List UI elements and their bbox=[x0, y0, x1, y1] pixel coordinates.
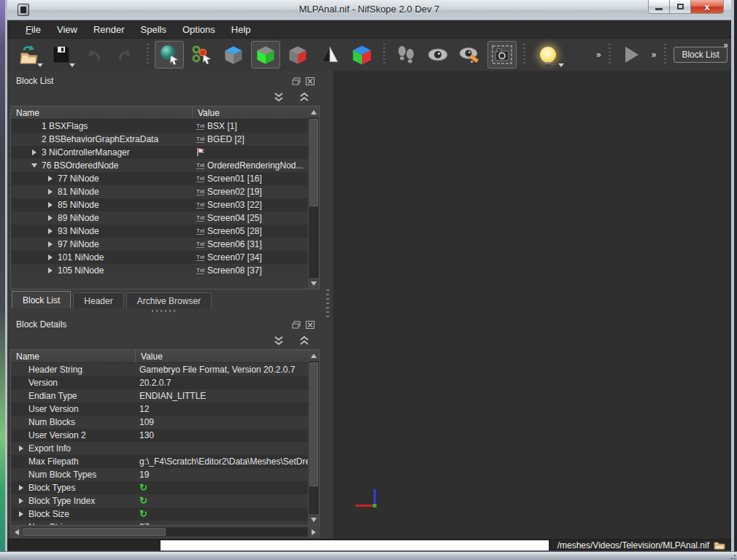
expander-icon[interactable] bbox=[46, 201, 55, 209]
save-dropdown-arrow[interactable] bbox=[69, 63, 75, 67]
column-header-name[interactable]: Name bbox=[11, 350, 135, 362]
scroll-down-button[interactable] bbox=[309, 514, 319, 525]
tab-archive-browser[interactable]: Archive Browser bbox=[126, 292, 212, 308]
horizontal-splitter[interactable] bbox=[10, 308, 320, 314]
toolbar-separator[interactable] bbox=[521, 44, 527, 66]
toolbar-separator[interactable] bbox=[381, 44, 387, 66]
rgb-cube-button[interactable] bbox=[347, 41, 377, 69]
detail-row[interactable]: Header StringGamebryo File Format, Versi… bbox=[11, 363, 308, 376]
detail-row[interactable]: Block Type Index↻ bbox=[11, 494, 308, 508]
scrollbar-thumb[interactable] bbox=[309, 119, 318, 206]
scroll-up-button[interactable] bbox=[309, 106, 319, 117]
toolbar-separator[interactable] bbox=[144, 44, 150, 66]
block-list-row[interactable]: 3 NiControllerManager bbox=[11, 146, 308, 159]
footsteps-button[interactable] bbox=[391, 41, 420, 69]
open-dropdown-arrow[interactable] bbox=[37, 63, 43, 67]
block-list-row[interactable]: 105 NiNodeTxtScreen08 [37] bbox=[11, 264, 308, 277]
menu-item-options[interactable]: Options bbox=[174, 22, 223, 37]
scroll-up-button[interactable] bbox=[309, 350, 319, 361]
scroll-right-button[interactable] bbox=[308, 527, 319, 537]
toolbar-handle[interactable] bbox=[607, 44, 613, 66]
expand-all-button[interactable] bbox=[274, 93, 284, 102]
detail-row[interactable]: Block Types↻ bbox=[11, 481, 308, 494]
tab-block-list[interactable]: Block List bbox=[12, 291, 71, 308]
expander-icon[interactable] bbox=[17, 483, 26, 492]
column-header-name[interactable]: Name bbox=[11, 106, 192, 119]
wedge-button[interactable] bbox=[315, 41, 344, 69]
expander-icon[interactable] bbox=[17, 510, 26, 518]
eye-pencil-button[interactable] bbox=[455, 41, 485, 69]
scroll-left-button[interactable] bbox=[11, 527, 22, 537]
collapse-all-button[interactable] bbox=[299, 336, 309, 346]
expand-all-button[interactable] bbox=[274, 336, 284, 346]
detail-row[interactable]: User Version12 bbox=[11, 402, 308, 416]
collapse-all-button[interactable] bbox=[299, 93, 309, 102]
column-header-value[interactable]: Value bbox=[135, 350, 319, 362]
block-list-row[interactable]: 97 NiNodeTxtScreen06 [31] bbox=[11, 238, 308, 251]
render-viewport[interactable] bbox=[333, 71, 731, 539]
block-list-row[interactable]: 85 NiNodeTxtScreen03 [22] bbox=[11, 198, 308, 211]
expander-icon[interactable] bbox=[46, 266, 55, 275]
block-list-row[interactable]: 77 NiNodeTxtScreen01 [16] bbox=[11, 172, 308, 185]
restore-button[interactable] bbox=[670, 0, 690, 14]
minimize-button[interactable] bbox=[648, 0, 670, 14]
float-panel-button[interactable] bbox=[291, 320, 301, 330]
block-list-row[interactable]: 89 NiNodeTxtScreen04 [25] bbox=[11, 211, 308, 225]
red-side-cube-button[interactable] bbox=[283, 41, 312, 69]
eye-button[interactable] bbox=[423, 41, 452, 69]
title-bar[interactable]: MLPAnal.nif - NifSkope 2.0 Dev 7 x bbox=[7, 0, 731, 20]
menu-item-render[interactable]: Render bbox=[85, 22, 133, 37]
close-panel-button[interactable] bbox=[305, 320, 315, 330]
detail-row[interactable]: Num Block Types19 bbox=[11, 468, 308, 481]
detail-row[interactable]: Num Blocks109 bbox=[11, 416, 308, 429]
block-list-row[interactable]: 76 BSOrderedNodeTxtOrderedRenderingNod..… bbox=[11, 159, 308, 172]
lighting-button[interactable] bbox=[531, 41, 565, 69]
blue-top-cube-button[interactable] bbox=[219, 41, 248, 69]
green-front-cube-button[interactable] bbox=[251, 41, 280, 69]
float-panel-button[interactable] bbox=[291, 77, 301, 86]
resize-grip[interactable] bbox=[730, 553, 736, 559]
detail-row[interactable]: Version20.2.0.7 bbox=[11, 376, 308, 389]
block-list-row[interactable]: 1 BSXFlagsTxtBSX [1] bbox=[11, 120, 308, 133]
scrollbar-thumb[interactable] bbox=[23, 528, 166, 536]
expander-icon[interactable] bbox=[46, 227, 55, 236]
vertex-select-button[interactable] bbox=[187, 41, 216, 69]
lighting-dropdown-arrow[interactable] bbox=[558, 63, 564, 67]
scroll-down-button[interactable] bbox=[309, 278, 319, 289]
close-button[interactable]: x bbox=[690, 0, 724, 14]
detail-row[interactable]: Export Info bbox=[11, 442, 308, 455]
block-details-table-header[interactable]: Name Value bbox=[11, 350, 319, 363]
menu-item-file[interactable]: File bbox=[18, 22, 49, 37]
toolbar-overflow-chevron[interactable]: » bbox=[648, 50, 660, 60]
block-list-row[interactable]: 93 NiNodeTxtScreen05 [28] bbox=[11, 225, 308, 238]
expander-icon[interactable] bbox=[30, 161, 39, 170]
expander-icon[interactable] bbox=[17, 444, 26, 453]
tab-header[interactable]: Header bbox=[73, 292, 123, 308]
block-details-vertical-scrollbar[interactable] bbox=[308, 350, 319, 525]
toolbar-overflow-chevron[interactable]: » bbox=[593, 50, 604, 60]
expander-icon[interactable] bbox=[46, 240, 55, 249]
detail-row[interactable]: Num Strings97 bbox=[11, 521, 308, 526]
expander-icon[interactable] bbox=[17, 497, 26, 505]
block-list-row[interactable]: 2 BSBehaviorGraphExtraDataTxtBGED [2] bbox=[11, 133, 308, 146]
toolbar-overflow-chevron[interactable]: » bbox=[719, 40, 731, 50]
sphere-select-button[interactable] bbox=[155, 41, 184, 69]
expander-icon[interactable] bbox=[46, 214, 55, 222]
expander-icon[interactable] bbox=[46, 253, 55, 262]
expander-icon[interactable] bbox=[46, 174, 55, 183]
block-list-row[interactable]: 101 NiNodeTxtScreen07 [34] bbox=[11, 251, 308, 264]
menu-item-help[interactable]: Help bbox=[223, 22, 259, 37]
detail-row[interactable]: Endian TypeENDIAN_LITTLE bbox=[11, 389, 308, 402]
toolbar-handle[interactable] bbox=[662, 44, 668, 66]
expander-icon[interactable] bbox=[46, 187, 55, 196]
block-list-vertical-scrollbar[interactable] bbox=[308, 106, 319, 289]
status-filename-input[interactable] bbox=[161, 540, 549, 551]
expander-icon[interactable] bbox=[30, 148, 39, 157]
save-file-button[interactable] bbox=[47, 41, 76, 69]
vertical-splitter[interactable] bbox=[323, 71, 333, 539]
detail-row[interactable]: User Version 2130 bbox=[11, 429, 308, 442]
detail-row[interactable]: Block Size↻ bbox=[11, 508, 308, 521]
scrollbar-thumb[interactable] bbox=[309, 362, 318, 486]
column-header-value[interactable]: Value bbox=[192, 106, 319, 119]
folder-icon[interactable] bbox=[714, 540, 725, 550]
